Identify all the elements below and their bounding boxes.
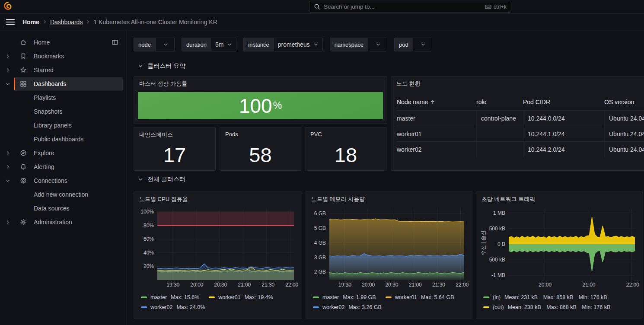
apps-icon: [20, 80, 27, 87]
sidebar-item-connections: Connections: [0, 174, 126, 188]
menu-toggle-button[interactable]: [6, 19, 15, 25]
chevron-right-icon: [5, 67, 10, 73]
column-header-role[interactable]: role: [476, 99, 523, 105]
section-whole-cluster[interactable]: 전체 클러스터: [138, 175, 185, 183]
sidebar-item-snapshots: Snapshots: [0, 105, 126, 118]
bell-icon: [20, 163, 27, 170]
sidebar-nav: HomeBookmarksStarredDashboardsPlaylistsS…: [0, 30, 127, 325]
sidebar-item-public-dashboards: Public dashboards: [0, 132, 126, 146]
stat-value: 17: [134, 142, 215, 168]
legend-series-marker: [209, 296, 215, 298]
table-cell: Ubuntu 24.04: [604, 126, 644, 141]
search-input[interactable]: Search or jump to... ctrl+k: [309, 1, 511, 13]
legend-series-marker: [141, 306, 147, 308]
legend-item[interactable]: masterMax: 15.6%: [141, 293, 199, 302]
panel-title[interactable]: 노드별 CPU 점유율: [134, 192, 302, 207]
y-axis: 100%80%60%40%20%: [137, 208, 157, 290]
chevron-right-icon[interactable]: [5, 150, 11, 156]
sidebar-link[interactable]: Administration: [14, 215, 123, 229]
search-placeholder: Search or jump to...: [324, 3, 485, 10]
uptime-stat-value: 100%: [138, 92, 383, 119]
legend-item[interactable]: worker01Max: 19.4%: [209, 293, 273, 302]
variable-pod[interactable]: pod: [394, 38, 432, 51]
sidebar-link[interactable]: Explore: [14, 146, 123, 160]
legend-item[interactable]: masterMax: 1.99 GB: [313, 293, 376, 302]
panel-title[interactable]: Pods: [220, 127, 301, 141]
variable-node[interactable]: node: [134, 38, 175, 51]
legend-series-marker: [313, 296, 319, 298]
chevron-right-icon[interactable]: [5, 220, 11, 225]
variable-namespace[interactable]: namespace: [330, 38, 387, 51]
time-series-plot[interactable]: [157, 208, 294, 280]
table-row: mastercontrol-plane10.244.0.0/24Ubuntu 2…: [397, 110, 644, 126]
panel-title[interactable]: 네임스페이스: [134, 127, 215, 142]
legend-item[interactable]: (out)Mean: 238 kB Max: 868 kB Min: 176 k…: [483, 303, 610, 312]
x-axis: 19:3020:0020:3021:0021:3022:00: [157, 282, 296, 290]
chevron-down-icon[interactable]: [5, 81, 11, 86]
bookmark-icon: [20, 53, 27, 60]
chevron-right-icon: [5, 54, 10, 59]
legend-item[interactable]: (in)Mean: 231 kB Max: 858 kB Min: 176 kB: [483, 293, 607, 302]
sidebar-link[interactable]: Public dashboards: [14, 132, 123, 146]
chevron-down-icon: [376, 42, 381, 47]
chevron-down-icon[interactable]: [5, 178, 11, 183]
panel-stat-pods: Pods58: [220, 127, 301, 171]
variable-value-select[interactable]: [155, 38, 174, 51]
search-icon: [314, 3, 320, 10]
variable-value-select[interactable]: [368, 38, 387, 51]
chevron-down-icon: [227, 42, 232, 47]
legend-series-marker: [483, 296, 489, 298]
panel-title[interactable]: 초당 네트워크 트래픽: [476, 192, 642, 207]
sidebar-link[interactable]: Library panels: [14, 118, 123, 132]
column-header-pod-cidr[interactable]: Pod CIDR: [523, 99, 604, 105]
table-row: worker0210.244.2.0/24Ubuntu 24.04: [397, 141, 644, 157]
sidebar-item-bookmarks: Bookmarks: [0, 49, 126, 63]
sidebar-link[interactable]: Playlists: [14, 91, 123, 105]
sidebar-link[interactable]: Alerting: [14, 160, 123, 174]
panel-title[interactable]: 마스터 정상 가동률: [134, 76, 387, 91]
table-cell: worker01: [397, 126, 476, 141]
arrow-up-icon: [430, 99, 435, 105]
chevron-right-icon[interactable]: [5, 67, 11, 73]
time-series-plot[interactable]: [329, 208, 464, 280]
sidebar-link[interactable]: Data sources: [14, 201, 123, 215]
variable-instance[interactable]: instanceprometheus: [243, 38, 322, 51]
time-series-plot[interactable]: [509, 208, 635, 280]
chevron-right-icon[interactable]: [5, 164, 11, 169]
variable-duration[interactable]: duration5m: [182, 38, 236, 51]
panel-title[interactable]: 노드별 메모리 사용량: [306, 192, 472, 207]
variable-value-select[interactable]: prometheus: [274, 38, 322, 51]
panel-master-uptime: 마스터 정상 가동률 100%: [134, 76, 387, 124]
dock-menu-button[interactable]: [112, 39, 118, 46]
sidebar-link[interactable]: Add new connection: [14, 188, 123, 201]
column-header-node-name[interactable]: Node name: [397, 99, 476, 105]
breadcrumb-item[interactable]: Dashboards: [50, 19, 83, 25]
panel-title[interactable]: PVC: [305, 127, 386, 141]
table-cell: worker02: [397, 142, 476, 157]
section-cluster-summary[interactable]: 클러스터 요약: [138, 62, 185, 70]
sidebar-link[interactable]: Snapshots: [14, 105, 123, 118]
sidebar-link[interactable]: Bookmarks: [14, 49, 123, 63]
connections-icon: [20, 177, 27, 184]
panel-stat-네임스페이스: 네임스페이스17: [134, 127, 216, 171]
legend-item[interactable]: worker02Max: 24.0%: [141, 303, 205, 312]
legend-item[interactable]: worker02Max: 3.26 GB: [313, 303, 382, 312]
variable-value-select[interactable]: 5m: [211, 38, 236, 51]
sidebar-link[interactable]: Connections: [14, 174, 123, 188]
table-cell: 10.244.0.0/24: [523, 111, 604, 126]
panel-title[interactable]: 노드 현황: [391, 76, 644, 91]
sidebar-link[interactable]: Home: [14, 35, 123, 49]
breadcrumb-item[interactable]: Home: [22, 19, 39, 25]
sidebar-link[interactable]: Dashboards: [14, 77, 123, 91]
sidebar-link[interactable]: Starred: [14, 63, 123, 77]
variable-value-select[interactable]: [413, 38, 432, 51]
stat-value: 58: [220, 142, 301, 168]
chevron-right-icon[interactable]: [5, 54, 11, 59]
table-cell: 10.244.1.0/24: [523, 126, 604, 141]
table-row: worker0110.244.1.0/24Ubuntu 24.04: [397, 126, 644, 141]
grafana-logo[interactable]: [4, 2, 12, 12]
sidebar-item-data-sources: Data sources: [0, 201, 126, 215]
legend-item[interactable]: worker01Max: 5.64 GB: [386, 293, 454, 302]
column-header-os-version[interactable]: OS version: [604, 99, 644, 105]
chevron-right-icon: [5, 220, 10, 225]
